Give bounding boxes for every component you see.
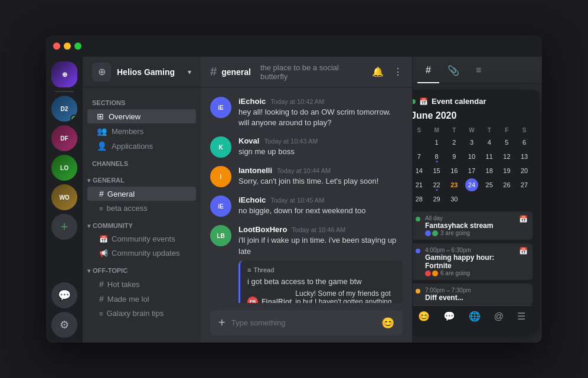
notification-icon[interactable]: 🔔 (372, 66, 384, 77)
cal-day-7[interactable]: 7 (413, 150, 426, 163)
channel-item-general[interactable]: # General (87, 187, 196, 201)
event-3[interactable]: 7:00pm – 7:30pm Diff event... (412, 284, 533, 305)
channel-item-beta-access[interactable]: ≡ beta access (87, 201, 196, 215)
calendar-header: 📅 Event calendar (412, 97, 533, 106)
cal-day-9[interactable]: 9 (447, 150, 460, 163)
channel-item-hot-takes[interactable]: # Hot takes (87, 277, 196, 291)
cal-day-15[interactable]: 15 (430, 164, 443, 177)
cal-day-23[interactable]: 23 (447, 178, 460, 191)
cal-day-1[interactable]: 1 (430, 136, 443, 149)
cal-day-2[interactable]: 2 (447, 136, 460, 149)
cal-day-28[interactable]: 28 (413, 193, 426, 206)
message-author: iEchoic (239, 195, 266, 204)
chat-channel-name: general (221, 67, 251, 77)
toolbar-menu-icon[interactable]: ☰ (517, 311, 525, 322)
channel-item-galaxy-brain[interactable]: ≡ Galaxy brain tips (87, 307, 196, 320)
cal-day-8[interactable]: 8 (430, 150, 443, 163)
server-icon-lo[interactable]: LO (51, 155, 77, 181)
chat-input[interactable]: Type something (231, 318, 375, 327)
channel-community-events-label: Community events (112, 234, 175, 243)
hot-takes-hash-icon: # (99, 279, 104, 289)
category-general[interactable]: ▾ General (83, 174, 201, 186)
maximize-button[interactable] (74, 43, 81, 50)
cal-day-26[interactable]: 26 (500, 178, 513, 191)
cal-day-12[interactable]: 12 (500, 150, 513, 163)
user-icons-bottom: 💬 ⚙ (51, 282, 77, 338)
channel-item-community-updates[interactable]: 📢 Community updates (87, 246, 196, 260)
event-3-info: 7:00pm – 7:30pm Diff event... (425, 287, 528, 302)
chat-input-box[interactable]: + Type something 😊 (210, 310, 403, 335)
sidebar-item-overview[interactable]: ⊞ Overview (87, 109, 196, 123)
message-group: I Iantonelli Today at 10:44 AM Sorry, ca… (210, 166, 403, 187)
message-header: iEchoic Today at 10:45 AM (239, 195, 403, 204)
sidebar-item-applications[interactable]: 👤 Applications (87, 139, 196, 153)
emoji-icon[interactable]: 😊 (381, 317, 394, 330)
minimize-button[interactable] (64, 43, 71, 50)
cal-day-18[interactable]: 18 (483, 164, 496, 177)
message-time: Today at 10:44 AM (277, 167, 331, 174)
cal-day-3[interactable]: 3 (465, 136, 478, 149)
attach-icon[interactable]: + (218, 316, 226, 330)
category-offtopic[interactable]: ▾ Off-topic (83, 265, 201, 276)
cal-day-29[interactable]: 29 (430, 193, 443, 206)
message-author: Iantonelli (239, 166, 272, 175)
tab-attachments[interactable]: 📎 (439, 57, 468, 83)
toolbar-at-icon[interactable]: @ (494, 311, 504, 322)
cal-day-5[interactable]: 5 (500, 136, 513, 149)
cal-day-6[interactable]: 6 (518, 136, 531, 149)
event-2[interactable]: 4:00pm – 6:30pm Gaming happy hour: Fortn… (412, 243, 533, 280)
calendar-month: June 2020 (412, 110, 533, 121)
mini-avatar (432, 230, 438, 236)
server-header[interactable]: ⊕ Helios Gaming ▾ (83, 57, 201, 87)
cal-day-14[interactable]: 14 (413, 164, 426, 177)
server-logo-icon: ⊕ (98, 66, 106, 77)
cal-day-19[interactable]: 19 (500, 164, 513, 177)
channel-item-made-me-lol[interactable]: # Made me lol (87, 292, 196, 306)
server-icon-df[interactable]: DF (51, 125, 77, 151)
toolbar-chat-icon[interactable]: 💬 (443, 311, 455, 322)
close-button[interactable] (53, 43, 60, 50)
cal-day-16[interactable]: 16 (447, 164, 460, 177)
chevron-down-icon: ▾ (188, 68, 191, 76)
tab-pins[interactable]: ≡ (468, 57, 489, 83)
current-server-icon[interactable]: ⊕ (51, 61, 77, 87)
toolbar-globe-icon[interactable]: 🌐 (469, 311, 481, 322)
channel-item-community-events[interactable]: 📅 Community events (87, 232, 196, 246)
message-content: LootBoxHero Today at 10:46 AM i'll join … (239, 225, 403, 303)
cal-day-17[interactable]: 17 (465, 164, 478, 177)
cal-day-10[interactable]: 10 (465, 150, 478, 163)
add-server-button[interactable]: + (51, 214, 77, 240)
calendar-card: 📅 Event calendar June 2020 S M T W T F S… (412, 90, 540, 334)
cal-day-13[interactable]: 13 (518, 150, 531, 163)
calendar-events: All day Fantasyhack stream 3 are going 📅 (412, 211, 533, 305)
message-author: Koval (239, 136, 259, 145)
event-1-time: All day (425, 215, 514, 221)
chat-icon[interactable]: 💬 (51, 282, 77, 308)
channel-list: Sections ⊞ Overview 👥 Members 👤 Applicat… (83, 87, 201, 343)
sidebar-item-members[interactable]: 👥 Members (87, 124, 196, 138)
cal-day-4[interactable]: 4 (483, 136, 496, 149)
tab-threads[interactable]: # (417, 57, 439, 83)
cal-day-11[interactable]: 11 (483, 150, 496, 163)
events-icon: 📅 (99, 235, 108, 243)
cal-day-25[interactable]: 25 (483, 178, 496, 191)
toolbar-emoji-icon[interactable]: 😊 (418, 311, 430, 322)
cal-day-22[interactable]: 22 (430, 178, 443, 191)
avatar: K (210, 136, 231, 158)
settings-icon[interactable]: ⚙ (51, 312, 77, 338)
category-community[interactable]: ▾ Community (83, 220, 201, 232)
server-icon-d2[interactable]: D2 (51, 96, 77, 122)
server-icon-wo[interactable]: WO (51, 184, 77, 210)
event-2-cal-icon: 📅 (519, 247, 528, 255)
message-content: iEchoic Today at 10:45 AM no biggie, dow… (239, 195, 403, 217)
chat-input-area: + Type something 😊 (201, 303, 412, 343)
more-options-icon[interactable]: ⋮ (393, 66, 403, 77)
cal-day-24-today[interactable]: 24 (465, 178, 478, 191)
channel-beta-label: beta access (106, 204, 147, 213)
event-3-name: Diff event... (425, 294, 528, 302)
cal-day-27[interactable]: 27 (518, 178, 531, 191)
cal-day-20[interactable]: 20 (518, 164, 531, 177)
cal-day-21[interactable]: 21 (413, 178, 426, 191)
cal-day-30[interactable]: 30 (447, 193, 460, 206)
event-1[interactable]: All day Fantasyhack stream 3 are going 📅 (412, 211, 533, 240)
